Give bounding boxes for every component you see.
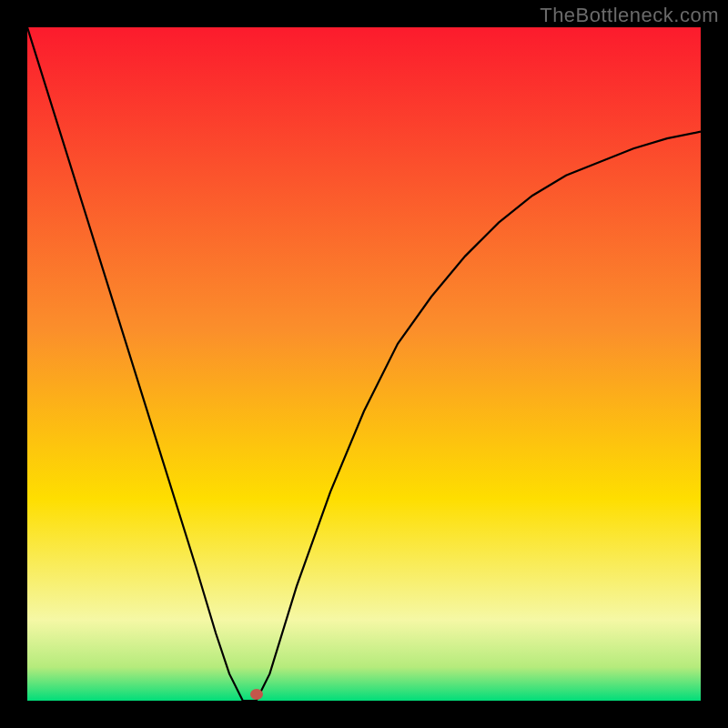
chart-frame: TheBottleneck.com — [0, 0, 728, 728]
gradient-plot — [27, 27, 701, 701]
vertex-marker — [250, 689, 263, 700]
watermark-text: TheBottleneck.com — [540, 4, 719, 27]
gradient-background — [27, 27, 701, 701]
